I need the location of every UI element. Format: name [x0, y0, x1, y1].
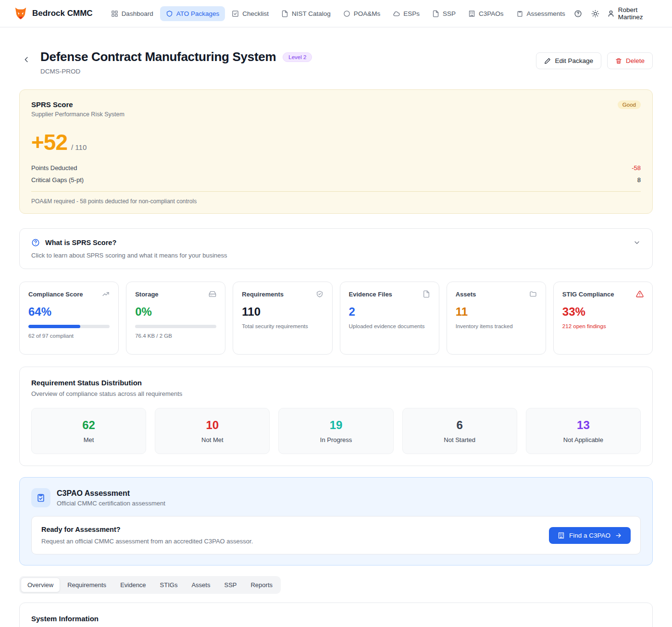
distribution-title: Requirement Status Distribution — [31, 379, 641, 387]
hard-drive-icon — [209, 290, 216, 298]
nav-item-ato-packages[interactable]: ATO Packages — [160, 6, 225, 21]
stat-value: 11 — [456, 305, 537, 319]
assessment-cta-card: Ready for Assessment? Request an officia… — [31, 516, 641, 554]
nav-label: C3PAOs — [479, 10, 504, 17]
tab-requirements[interactable]: Requirements — [61, 578, 113, 592]
stat-label: Storage — [135, 291, 158, 298]
nav-label: Dashboard — [122, 10, 153, 17]
dist-box-met: 62 Met — [31, 408, 146, 454]
edit-package-label: Edit Package — [555, 57, 593, 64]
sprs-title: SPRS Score — [31, 100, 124, 109]
dist-label: In Progress — [284, 436, 388, 443]
tab-stigs[interactable]: STIGs — [153, 578, 185, 592]
cta-subtitle: Request an official CMMC assessment from… — [41, 538, 253, 545]
tab-overview[interactable]: Overview — [21, 578, 60, 592]
find-c3pao-button[interactable]: Find a C3PAO — [549, 527, 631, 544]
user-menu[interactable]: Robert Martinez — [605, 3, 659, 24]
trending-up-icon — [102, 290, 110, 298]
package-id: DCMS-PROD — [40, 68, 312, 75]
page-header: Defense Contract Manufacturing System Le… — [19, 49, 653, 75]
compliance-progress-bar — [28, 325, 110, 328]
chevron-down-icon[interactable] — [633, 239, 641, 246]
delete-package-button[interactable]: Delete — [607, 52, 653, 69]
dist-value: 19 — [284, 418, 388, 432]
stats-row: Compliance Score 64% 62 of 97 compliant … — [19, 282, 653, 355]
nav-item-nist-catalog[interactable]: NIST Catalog — [275, 6, 336, 21]
circle-icon — [343, 10, 350, 17]
system-information-card: System Information Details about the sys… — [19, 602, 653, 627]
sprs-status-badge: Good — [618, 100, 641, 109]
find-c3pao-label: Find a C3PAO — [569, 532, 610, 539]
dist-box-in-progress: 19 In Progress — [278, 408, 393, 454]
row-label: Points Deducted — [31, 164, 77, 172]
arrow-right-icon — [615, 532, 622, 539]
stat-sub: Inventory items tracked — [456, 323, 537, 329]
file-icon — [281, 10, 288, 17]
stat-card-storage: Storage 0% 76.4 KB / 2 GB — [126, 282, 225, 355]
pencil-icon — [544, 58, 551, 64]
dist-box-not-started: 6 Not Started — [402, 408, 517, 454]
nav-label: Assessments — [527, 10, 565, 17]
nav-item-checklist[interactable]: Checklist — [226, 6, 274, 21]
stat-sub: 212 open findings — [562, 323, 644, 329]
stat-label: Evidence Files — [349, 291, 392, 298]
storage-progress-bar — [135, 325, 216, 328]
c3pao-title: C3PAO Assessment — [57, 489, 165, 498]
trash-icon — [615, 58, 622, 64]
chevron-left-icon — [23, 56, 30, 63]
stat-sub: Uploaded evidence documents — [349, 323, 430, 329]
building-icon — [558, 532, 565, 539]
shield-icon — [166, 10, 173, 17]
nav-item-poams[interactable]: POA&Ms — [337, 6, 386, 21]
back-button[interactable] — [19, 52, 34, 67]
brand-logo-fox-icon — [13, 6, 28, 21]
page-title: Defense Contract Manufacturing System — [40, 49, 276, 64]
nav-item-c3paos[interactable]: C3PAOs — [462, 6, 510, 21]
sprs-score-value: +52 — [31, 129, 67, 155]
check-square-icon — [232, 10, 239, 17]
sprs-info-banner[interactable]: What is SPRS Score? Click to learn about… — [19, 228, 653, 269]
c3pao-subtitle: Official CMMC certification assessment — [57, 500, 165, 507]
tab-evidence[interactable]: Evidence — [113, 578, 152, 592]
c3pao-assessment-card: C3PAO Assessment Official CMMC certifica… — [19, 477, 653, 566]
help-button[interactable] — [571, 5, 585, 22]
sprs-row-points-deducted: Points Deducted -58 — [31, 162, 641, 174]
distribution-subtitle: Overview of compliance status across all… — [31, 390, 641, 397]
clipboard-icon — [516, 10, 523, 17]
stat-value: 0% — [135, 305, 216, 319]
dist-box-not-applicable: 13 Not Applicable — [526, 408, 641, 454]
dist-label: Not Applicable — [531, 436, 635, 443]
stat-label: Assets — [456, 291, 476, 298]
nav-item-dashboard[interactable]: Dashboard — [105, 6, 159, 21]
nav-label: ESPs — [403, 10, 420, 17]
nav-label: ATO Packages — [176, 10, 220, 17]
level-badge: Level 2 — [283, 52, 312, 62]
stat-card-compliance-score: Compliance Score 64% 62 of 97 compliant — [19, 282, 119, 355]
stat-sub: 76.4 KB / 2 GB — [135, 333, 216, 339]
clipboard-check-icon — [31, 488, 50, 507]
nav-item-assessments[interactable]: Assessments — [510, 6, 571, 21]
grid-icon — [111, 10, 118, 17]
sprs-footnote: POA&M required - 58 points deducted for … — [31, 191, 641, 205]
stat-card-evidence-files: Evidence Files 2 Uploaded evidence docum… — [340, 282, 439, 355]
top-nav: Bedrock CMMC Dashboard ATO Packages Chec… — [0, 0, 672, 27]
dist-value: 13 — [531, 418, 635, 432]
stat-card-stig-compliance: STIG Compliance 33% 212 open findings — [553, 282, 653, 355]
theme-toggle-button[interactable] — [588, 5, 602, 22]
nav-item-esps[interactable]: ESPs — [387, 6, 425, 21]
help-circle-icon — [31, 238, 40, 247]
edit-package-button[interactable]: Edit Package — [536, 52, 601, 69]
nav-item-ssp[interactable]: SSP — [426, 6, 461, 21]
nav-label: POA&Ms — [354, 10, 381, 17]
row-value: 8 — [637, 176, 641, 184]
stat-card-assets: Assets 11 Inventory items tracked — [447, 282, 546, 355]
sprs-score-card: SPRS Score Supplier Performance Risk Sys… — [19, 89, 653, 214]
tab-ssp[interactable]: SSP — [217, 578, 243, 592]
main-content: Defense Contract Manufacturing System Le… — [0, 49, 672, 627]
tab-reports[interactable]: Reports — [244, 578, 279, 592]
sprs-row-critical-gaps: Critical Gaps (5-pt) 8 — [31, 174, 641, 186]
system-info-title: System Information — [31, 615, 641, 623]
info-banner-title: What is SPRS Score? — [45, 239, 116, 246]
brand-name: Bedrock CMMC — [32, 9, 93, 18]
tab-assets[interactable]: Assets — [185, 578, 217, 592]
